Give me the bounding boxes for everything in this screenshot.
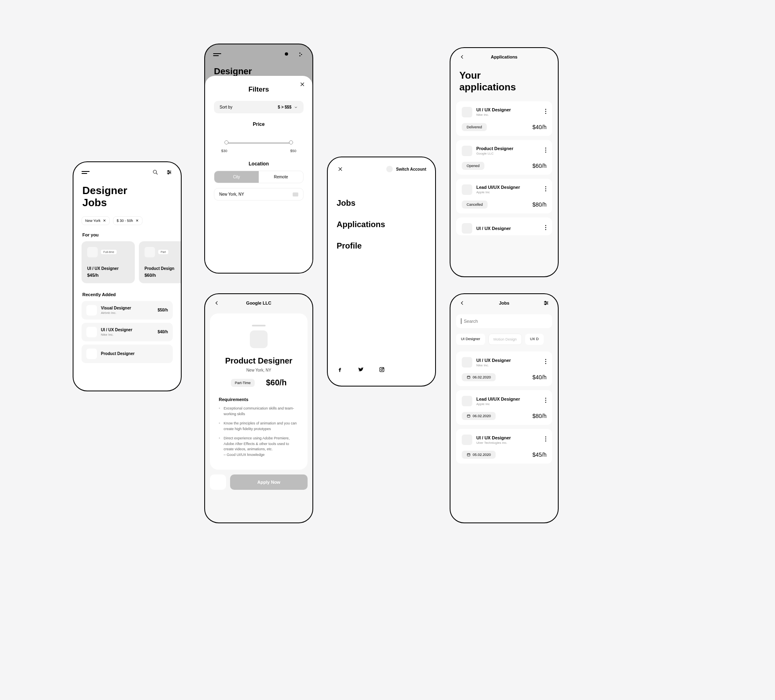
search-input[interactable] — [456, 314, 552, 328]
menu-link-applications[interactable]: Applications — [337, 220, 426, 229]
back-icon[interactable] — [459, 53, 466, 61]
price-slider[interactable] — [216, 131, 301, 148]
application-card[interactable]: Lead UI/UX DesignerApple Inc Cancelled$8… — [456, 179, 552, 213]
application-card[interactable]: Product DesignerGoogle LLC Opened$60/h — [456, 140, 552, 175]
job-rate: $50/h — [157, 308, 168, 312]
seg-city[interactable]: City — [214, 171, 259, 183]
svg-point-27 — [545, 149, 546, 150]
bookmark-button[interactable] — [210, 474, 226, 490]
more-icon[interactable] — [545, 225, 547, 232]
category-tags: UI Designer Motion Design UX D — [450, 334, 558, 351]
svg-point-30 — [545, 188, 546, 189]
menu-icon[interactable] — [82, 171, 90, 174]
more-icon[interactable] — [545, 436, 547, 443]
svg-point-29 — [545, 186, 546, 187]
close-icon[interactable] — [300, 81, 305, 89]
requirement-item: Direct experience using Adobe Premiere, … — [219, 436, 299, 458]
page-title: Designer Jobs — [73, 182, 181, 216]
tag[interactable]: UX D — [525, 334, 544, 345]
company-name: Apple Inc — [476, 190, 541, 194]
twitter-icon[interactable] — [358, 366, 364, 373]
close-icon[interactable]: ✕ — [136, 219, 139, 223]
chip-label: $ 30 - 50h — [117, 219, 133, 223]
search-icon[interactable] — [283, 51, 291, 58]
svg-point-40 — [545, 304, 546, 305]
more-icon[interactable] — [545, 359, 547, 366]
job-card[interactable]: UI / UX DesignerUber Technlogies Inc. 05… — [456, 429, 552, 464]
svg-point-42 — [545, 361, 546, 362]
more-icon[interactable] — [545, 186, 547, 193]
apply-button[interactable]: Apply Now — [230, 474, 308, 490]
avatar — [386, 166, 393, 172]
date-pill: 05.02.2020 — [462, 451, 496, 459]
svg-rect-54 — [467, 453, 470, 456]
menu-icon[interactable] — [213, 53, 221, 56]
job-title: Visual Designer — [101, 306, 153, 310]
back-icon[interactable] — [459, 299, 466, 307]
section-heading: For you — [73, 232, 181, 241]
header-title: Google LLC — [246, 301, 271, 305]
more-icon[interactable] — [545, 397, 547, 405]
for-you-row: Full-time UI / UX Designer $45/h Part Pr… — [73, 241, 181, 292]
slider-handle-max[interactable] — [289, 140, 293, 144]
svg-rect-49 — [467, 415, 470, 417]
instagram-icon[interactable] — [379, 366, 385, 373]
facebook-icon[interactable] — [337, 366, 343, 373]
search-field[interactable] — [464, 319, 547, 324]
list-item[interactable]: UI / UX DesignerNike Inc.$40/h — [82, 323, 173, 341]
chip-location[interactable]: New York✕ — [82, 216, 110, 225]
svg-point-14 — [301, 54, 302, 55]
filter-icon[interactable] — [165, 169, 173, 176]
application-card[interactable]: UI / UX Designer — [456, 217, 552, 235]
svg-point-32 — [545, 225, 546, 226]
search-icon[interactable] — [152, 169, 159, 176]
location-input[interactable]: New York, NY — [214, 188, 304, 201]
company-name: Nike Inc. — [476, 364, 541, 367]
svg-point-53 — [545, 441, 546, 441]
calendar-icon — [467, 414, 471, 418]
menu-link-jobs[interactable]: Jobs — [337, 199, 426, 208]
company-name: Apple Inc — [476, 402, 541, 406]
svg-point-15 — [300, 55, 301, 56]
filter-icon[interactable] — [542, 299, 550, 307]
job-card[interactable]: UI / UX DesignerNike Inc. 06.02.2020$40/… — [456, 351, 552, 386]
menu-link-profile[interactable]: Profile — [337, 241, 426, 251]
back-icon[interactable] — [213, 299, 220, 307]
filter-chips: New York✕ $ 30 - 50h✕ — [73, 216, 181, 232]
close-icon[interactable] — [337, 165, 344, 173]
tag[interactable]: Motion Design — [488, 334, 522, 345]
job-card[interactable]: Full-time UI / UX Designer $45/h — [82, 241, 135, 283]
social-row — [337, 366, 385, 373]
list-item[interactable]: Visual DesignerAirbnb Inc.$50/h — [82, 301, 173, 320]
company-name: Nike Inc. — [476, 113, 541, 117]
switch-account[interactable]: Switch Account — [386, 166, 426, 172]
company-name: Google LLC — [476, 152, 541, 155]
job-card[interactable]: Part Product Design $60/h — [139, 241, 181, 283]
svg-point-13 — [300, 52, 301, 54]
job-title: UI / UX Designer — [476, 226, 541, 231]
header-title: Applications — [491, 54, 517, 59]
job-card[interactable]: Lead UI/UX DesignerApple Inc 06.02.2020$… — [456, 390, 552, 425]
svg-line-9 — [288, 55, 289, 56]
job-title: Product Designer — [219, 356, 299, 366]
chip-price[interactable]: $ 30 - 50h✕ — [113, 216, 142, 225]
list-item[interactable]: Product Designer — [82, 345, 173, 363]
date-text: 05.02.2020 — [473, 453, 491, 457]
filter-icon[interactable] — [297, 51, 304, 58]
close-icon[interactable]: ✕ — [103, 219, 106, 223]
company-logo — [145, 247, 155, 257]
sort-row[interactable]: Sort by $ > $$$ — [214, 101, 304, 113]
tag[interactable]: UI Designer — [456, 334, 485, 345]
seg-remote[interactable]: Remote — [259, 171, 303, 183]
screen-applications: Applications Your applications UI / UX D… — [450, 47, 559, 277]
status-badge: Cancelled — [462, 201, 488, 209]
drag-handle[interactable] — [252, 325, 266, 326]
topbar — [73, 162, 181, 182]
application-card[interactable]: UI / UX DesignerNike Inc. Delivered$40/h — [456, 101, 552, 136]
slider-handle-min[interactable] — [224, 140, 228, 144]
svg-point-22 — [383, 368, 383, 368]
more-icon[interactable] — [545, 109, 547, 116]
company-logo — [462, 357, 472, 368]
more-icon[interactable] — [545, 147, 547, 155]
status-badge: Delivered — [462, 123, 487, 131]
